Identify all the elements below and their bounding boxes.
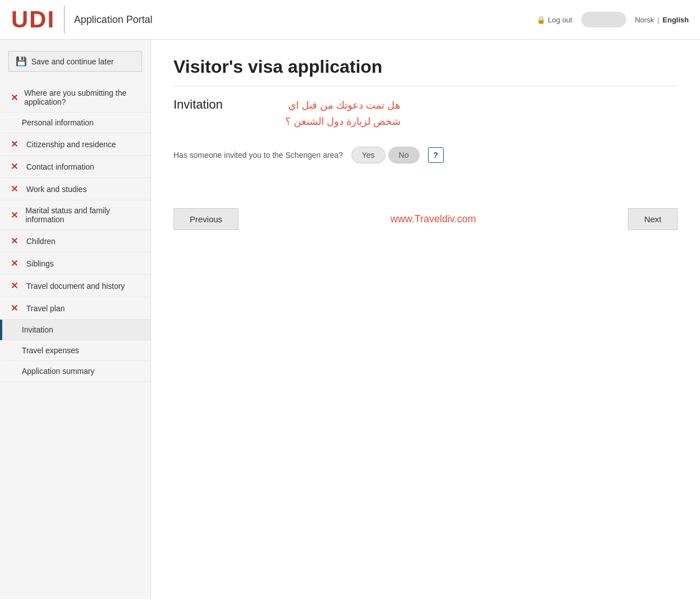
section-container: Invitation هل تمت دعوتك من قبل اي شخص لز… [173, 97, 678, 130]
page-title: Visitor's visa application [173, 57, 678, 86]
sidebar-item-children[interactable]: ✕ Children [0, 230, 151, 252]
sidebar-item-where-submitting[interactable]: ✕ Where are you submitting the applicati… [0, 83, 151, 113]
sidebar-item-travel-expenses[interactable]: Travel expenses [0, 340, 151, 361]
sidebar-item-label: Siblings [26, 259, 54, 268]
content-area: Visitor's visa application Invitation هل… [151, 40, 700, 599]
error-icon: ✕ [11, 92, 20, 103]
sidebar-item-label: Personal information [22, 118, 93, 127]
floppy-disk-icon: 💾 [16, 56, 27, 67]
sidebar-item-app-summary[interactable]: Application summary [0, 361, 151, 382]
next-button[interactable]: Next [628, 208, 678, 230]
logo-divider [64, 6, 65, 34]
watermark-text: www.Traveldiv.com [391, 213, 476, 225]
schengen-question-row: Has someone invited you to the Schengen … [173, 147, 678, 163]
save-continue-button[interactable]: 💾 Save and continue later [8, 51, 142, 72]
previous-button[interactable]: Previous [173, 208, 238, 230]
sidebar-item-label: Children [26, 237, 55, 246]
sidebar-item-label: Marital status and family information [26, 206, 142, 224]
sidebar-item-contact[interactable]: ✕ Contact information [0, 156, 151, 178]
error-icon: ✕ [11, 236, 22, 246]
section-title: Invitation [173, 97, 263, 112]
sidebar-item-label: Work and studies [26, 185, 87, 194]
no-button[interactable]: No [388, 147, 420, 163]
error-icon: ✕ [11, 161, 22, 172]
arabic-text: هل تمت دعوتك من قبل اي شخص لزيارة دول ال… [285, 97, 401, 130]
sidebar-item-label: Contact information [26, 162, 94, 171]
sidebar-item-citizenship[interactable]: ✕ Citizenship and residence [0, 133, 151, 156]
sidebar-item-label: Application summary [22, 367, 95, 376]
lock-icon: 🔒 [537, 16, 546, 24]
nav-buttons: Previous www.Traveldiv.com Next [173, 197, 678, 230]
header-left: UDI Application Portal [11, 6, 152, 34]
sidebar-item-travel-plan[interactable]: ✕ Travel plan [0, 297, 151, 320]
lang-norsk-button[interactable]: Norsk [635, 16, 654, 24]
save-button-label: Save and continue later [31, 57, 114, 66]
sidebar-item-label: Travel plan [26, 304, 65, 313]
sidebar-item-label: Travel document and history [26, 282, 125, 291]
arabic-line2: شخص لزيارة دول الشنغن ؟ [285, 114, 401, 130]
user-avatar [581, 12, 626, 27]
udi-logo: UDI [11, 8, 55, 31]
error-icon: ✕ [11, 303, 22, 313]
sidebar-item-travel-doc[interactable]: ✕ Travel document and history [0, 275, 151, 297]
sidebar-item-label: Travel expenses [22, 346, 79, 355]
yes-no-group: Yes No [351, 147, 420, 163]
error-icon: ✕ [11, 258, 22, 269]
header: UDI Application Portal 🔒 Log out Norsk |… [0, 0, 700, 40]
arabic-line1: هل تمت دعوتك من قبل اي [285, 97, 401, 114]
sidebar-item-siblings[interactable]: ✕ Siblings [0, 252, 151, 275]
error-icon: ✕ [11, 139, 22, 149]
main-layout: 💾 Save and continue later ✕ Where are yo… [0, 40, 700, 599]
help-button[interactable]: ? [428, 147, 444, 163]
sidebar-item-invitation[interactable]: Invitation [0, 320, 151, 340]
logout-link[interactable]: 🔒 Log out [537, 16, 572, 24]
schengen-question-label: Has someone invited you to the Schengen … [173, 151, 343, 160]
logout-label: Log out [548, 16, 572, 24]
sidebar-item-label: Citizenship and residence [26, 140, 116, 149]
sidebar-item-work-studies[interactable]: ✕ Work and studies [0, 178, 151, 200]
error-icon: ✕ [11, 184, 22, 194]
lang-divider: | [657, 16, 659, 24]
header-right: 🔒 Log out Norsk | English [537, 12, 689, 27]
sidebar-item-label: Invitation [22, 325, 53, 334]
sidebar: 💾 Save and continue later ✕ Where are yo… [0, 40, 151, 599]
lang-selector: Norsk | English [635, 16, 689, 24]
app-title: Application Portal [74, 14, 152, 26]
error-icon: ✕ [11, 210, 21, 221]
sidebar-item-marital[interactable]: ✕ Marital status and family information [0, 200, 151, 230]
error-icon: ✕ [11, 280, 22, 291]
sidebar-item-label: Where are you submitting the application… [24, 88, 142, 106]
lang-english-label: English [663, 16, 689, 24]
yes-button[interactable]: Yes [351, 147, 386, 163]
sidebar-item-personal-info[interactable]: Personal information [0, 113, 151, 133]
